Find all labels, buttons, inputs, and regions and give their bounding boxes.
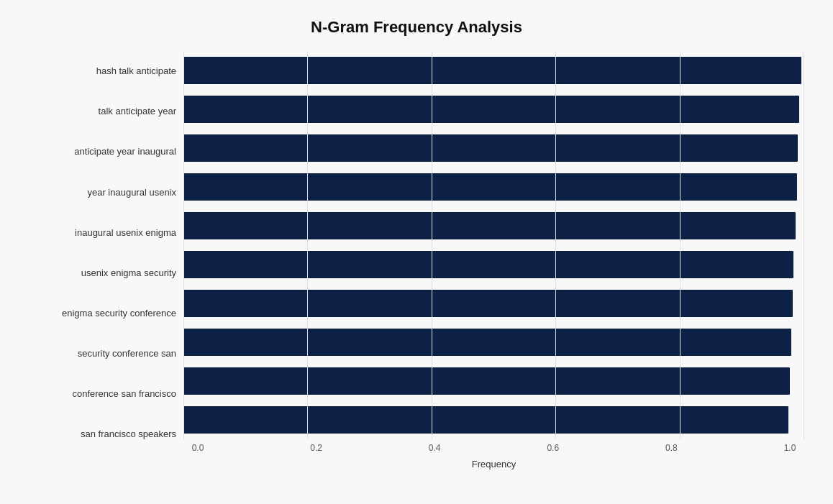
x-tick: 0.8 [657, 443, 686, 453]
y-label: security conference san [78, 334, 176, 373]
bar-row [183, 206, 804, 245]
bar [183, 173, 797, 201]
y-label: talk anticipate year [99, 92, 176, 131]
bar-row [183, 400, 804, 439]
x-tick: 1.0 [775, 443, 804, 453]
bar [183, 367, 790, 395]
chart-container: N-Gram Frequency Analysis hash talk anti… [0, 0, 833, 504]
bar-row [183, 323, 804, 362]
x-tick: 0.4 [420, 443, 449, 453]
bar-row [183, 245, 804, 284]
y-label: anticipate year inaugural [74, 132, 176, 171]
bar [183, 290, 793, 317]
chart-title: N-Gram Frequency Analysis [29, 14, 804, 37]
x-axis-label: Frequency [183, 459, 804, 469]
bar [183, 329, 791, 356]
y-label: hash talk anticipate [96, 52, 176, 91]
bar [183, 134, 798, 162]
bar [183, 96, 799, 123]
bar [183, 212, 796, 239]
bar [183, 406, 788, 434]
bar-row [183, 51, 804, 90]
bar [183, 57, 801, 84]
chart-body: hash talk anticipatetalk anticipate year… [29, 51, 804, 454]
y-label: enigma security conference [62, 294, 176, 333]
x-axis-area: 0.00.20.40.60.81.0 Frequency [183, 439, 804, 469]
bar-row [183, 129, 804, 168]
bar-row [183, 284, 804, 323]
x-tick: 0.2 [302, 443, 331, 453]
y-axis-labels: hash talk anticipatetalk anticipate year… [29, 51, 183, 454]
y-label: san francisco speakers [81, 415, 176, 454]
bar-row [183, 90, 804, 129]
y-label: year inaugural usenix [87, 173, 176, 211]
y-label: inaugural usenix enigma [75, 213, 176, 252]
y-label: usenix enigma security [81, 254, 176, 293]
x-tick: 0.6 [539, 443, 568, 453]
bar [183, 251, 793, 278]
bars-area [183, 51, 804, 439]
x-axis-ticks: 0.00.20.40.60.81.0 [183, 439, 804, 453]
chart-plot: 0.00.20.40.60.81.0 Frequency [183, 51, 804, 454]
x-tick: 0.0 [183, 443, 212, 453]
bar-row [183, 362, 804, 400]
bar-row [183, 168, 804, 206]
y-label: conference san francisco [72, 375, 176, 413]
